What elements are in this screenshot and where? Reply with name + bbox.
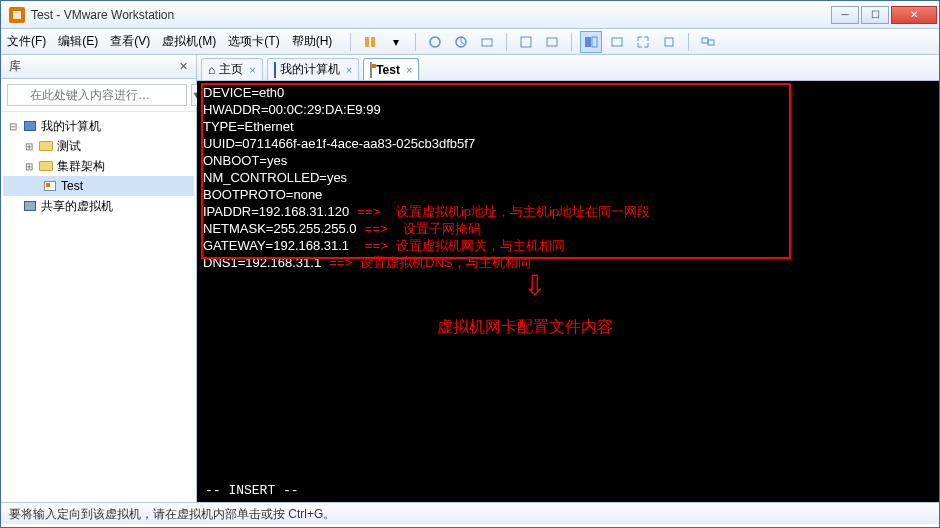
tab-close-icon[interactable]: × — [406, 64, 412, 76]
unity-icon[interactable] — [541, 31, 563, 53]
svg-rect-10 — [612, 38, 622, 46]
svg-rect-5 — [482, 39, 492, 46]
svg-rect-2 — [371, 37, 375, 47]
sidebar-header: 库 ✕ — [1, 55, 196, 79]
pause-icon[interactable] — [359, 31, 381, 53]
terminal-output: DEVICE=eth0 HWADDR=00:0C:29:DA:E9:99 TYP… — [199, 83, 937, 274]
tree-folder-cluster[interactable]: ⊞集群架构 — [3, 156, 194, 176]
tab-close-icon[interactable]: × — [346, 64, 352, 76]
app-icon — [9, 7, 25, 23]
close-button[interactable]: ✕ — [891, 6, 937, 24]
titlebar: Test - VMware Workstation ─ ☐ ✕ — [1, 1, 939, 29]
maximize-button[interactable]: ☐ — [861, 6, 889, 24]
vm-console[interactable]: DEVICE=eth0 HWADDR=00:0C:29:DA:E9:99 TYP… — [197, 81, 939, 502]
multimon-icon[interactable] — [697, 31, 719, 53]
tab-bar: ⌂主页× 我的计算机× Test× — [197, 55, 939, 81]
svg-rect-1 — [365, 37, 369, 47]
window-title: Test - VMware Workstation — [31, 8, 831, 22]
search-input[interactable] — [7, 84, 187, 106]
svg-rect-7 — [547, 38, 557, 46]
menu-tabs[interactable]: 选项卡(T) — [228, 33, 279, 50]
svg-rect-9 — [592, 37, 597, 47]
minimize-button[interactable]: ─ — [831, 6, 859, 24]
svg-rect-6 — [521, 37, 531, 47]
svg-rect-8 — [585, 37, 591, 47]
tab-close-icon[interactable]: × — [249, 64, 255, 76]
arrow-down-icon: ⇩ — [523, 269, 546, 302]
tab-mypc[interactable]: 我的计算机× — [267, 58, 359, 80]
manage-icon[interactable] — [476, 31, 498, 53]
svg-rect-0 — [13, 11, 21, 19]
menu-edit[interactable]: 编辑(E) — [58, 33, 98, 50]
sidebar-title: 库 — [9, 58, 21, 75]
menu-help[interactable]: 帮助(H) — [292, 33, 333, 50]
menu-file[interactable]: 文件(F) — [7, 33, 46, 50]
dropdown-icon[interactable]: ▾ — [385, 31, 407, 53]
tree-vm-test[interactable]: Test — [3, 176, 194, 196]
fit-icon[interactable] — [515, 31, 537, 53]
svg-rect-11 — [665, 38, 673, 46]
svg-rect-12 — [702, 38, 708, 43]
snapshot-icon[interactable] — [424, 31, 446, 53]
tab-test[interactable]: Test× — [363, 58, 419, 80]
revert-icon[interactable] — [450, 31, 472, 53]
tab-home[interactable]: ⌂主页× — [201, 58, 263, 80]
tree-shared-vms[interactable]: 共享的虚拟机 — [3, 196, 194, 216]
tree-root-mypc[interactable]: ⊟我的计算机 — [3, 116, 194, 136]
menu-view[interactable]: 查看(V) — [110, 33, 150, 50]
sidebar: 库 ✕ 🔍 ▼ ⊟我的计算机 ⊞测试 ⊞集群架构 Test 共享的虚拟机 — [1, 55, 197, 502]
menu-vm[interactable]: 虚拟机(M) — [162, 33, 216, 50]
library-tree: ⊟我的计算机 ⊞测试 ⊞集群架构 Test 共享的虚拟机 — [1, 112, 196, 502]
sidebar-close-icon[interactable]: ✕ — [179, 60, 188, 73]
status-bar: 要将输入定向到该虚拟机，请在虚拟机内部单击或按 Ctrl+G。 — [1, 502, 939, 524]
menubar: 文件(F) 编辑(E) 查看(V) 虚拟机(M) 选项卡(T) 帮助(H) ▾ — [1, 29, 939, 55]
svg-point-3 — [430, 37, 440, 47]
home-icon: ⌂ — [208, 63, 215, 77]
thumbnail-view-icon[interactable] — [606, 31, 628, 53]
stretch-icon[interactable] — [658, 31, 680, 53]
annotation-caption: 虚拟机网卡配置文件内容 — [437, 317, 613, 338]
tree-folder-test-cn[interactable]: ⊞测试 — [3, 136, 194, 156]
vim-mode: -- INSERT -- — [205, 483, 299, 498]
console-view-icon[interactable] — [580, 31, 602, 53]
main-area: ⌂主页× 我的计算机× Test× DEVICE=eth0 HWADDR=00:… — [197, 55, 939, 502]
svg-rect-13 — [708, 40, 714, 45]
fullscreen-icon[interactable] — [632, 31, 654, 53]
